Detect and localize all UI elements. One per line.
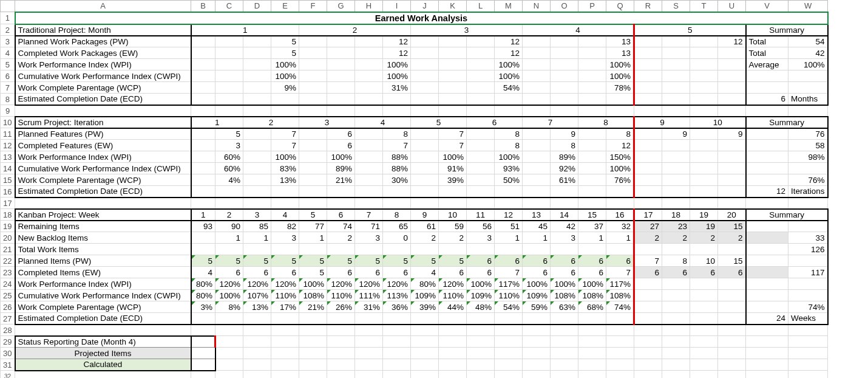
cell-projected[interactable]: 2	[690, 232, 718, 244]
cell[interactable]: 60%	[215, 151, 243, 163]
cell[interactable]: 7	[439, 128, 467, 140]
cell[interactable]: 12	[495, 36, 523, 47]
row-number[interactable]: 3	[1, 36, 15, 47]
summary-key[interactable]: Total	[746, 47, 788, 59]
cell[interactable]: 80%	[411, 278, 439, 290]
cell[interactable]: 7	[439, 140, 467, 151]
cell-projected[interactable]: 2	[662, 232, 690, 244]
cell[interactable]: 107%	[243, 290, 271, 301]
cell[interactable]: 7	[271, 140, 299, 151]
col-Q[interactable]: Q	[606, 1, 634, 12]
cell[interactable]: 117%	[606, 278, 634, 290]
cell[interactable]: 4%	[215, 174, 243, 186]
row-number[interactable]: 18	[1, 209, 15, 221]
cell[interactable]: 120%	[439, 278, 467, 290]
col-P[interactable]: P	[578, 1, 606, 12]
cell[interactable]: 120%	[327, 278, 355, 290]
wk-3[interactable]: 3	[243, 209, 271, 221]
traditional-header[interactable]: Traditional Project: Month	[15, 24, 191, 36]
cell-calc[interactable]: 5	[355, 255, 383, 267]
cell[interactable]: 5	[271, 36, 299, 47]
label[interactable]: Completed Work Packages (EW)	[15, 47, 191, 59]
cell[interactable]: 6	[467, 267, 495, 278]
row-11[interactable]: 11 Planned Features (PW) 5 7 6 8 7 8 9 8…	[1, 128, 828, 140]
cell[interactable]: 100%	[606, 163, 634, 174]
cell-calc[interactable]: 6	[606, 255, 634, 267]
cell[interactable]: 88%	[383, 163, 411, 174]
summary-val[interactable]: 100%	[788, 59, 828, 70]
col-U[interactable]: U	[718, 1, 746, 12]
row-number[interactable]: 32	[1, 371, 15, 379]
summary-val[interactable]: 117	[788, 267, 828, 278]
cell[interactable]: 12	[383, 36, 411, 47]
cell[interactable]: 100%	[439, 151, 467, 163]
summary-val[interactable]: 126	[788, 244, 828, 255]
cell-calc[interactable]: 5	[299, 255, 327, 267]
cell[interactable]: 100%	[606, 70, 634, 82]
row-number[interactable]: 5	[1, 59, 15, 70]
cell-projected[interactable]: 2	[718, 232, 746, 244]
wk-17[interactable]: 17	[634, 209, 662, 221]
cell[interactable]: 91%	[439, 163, 467, 174]
cell[interactable]: 110%	[439, 290, 467, 301]
cell[interactable]: 61	[411, 221, 439, 232]
row-25[interactable]: 25 Cumulative Work Performance Index (CW…	[1, 290, 828, 301]
cell[interactable]: 7	[634, 255, 662, 267]
row-number[interactable]: 25	[1, 290, 15, 301]
summary-key[interactable]: Total	[746, 36, 788, 47]
row-27[interactable]: 27 Estimated Completion Date (ECD) 24 We…	[1, 313, 828, 325]
row-number[interactable]: 20	[1, 232, 15, 244]
it-4[interactable]: 4	[355, 117, 411, 128]
cell[interactable]: 113%	[383, 290, 411, 301]
row-24[interactable]: 24 Work Performance Index (WPI) 80% 120%…	[1, 278, 828, 290]
cell[interactable]: 100%	[578, 278, 606, 290]
cell[interactable]: 110%	[327, 290, 355, 301]
row-number[interactable]: 22	[1, 255, 15, 267]
row-21[interactable]: 21 Total Work Items 126	[1, 244, 828, 255]
cell[interactable]: 89%	[551, 151, 578, 163]
cell[interactable]: 150%	[606, 151, 634, 163]
cell[interactable]: 60%	[215, 163, 243, 174]
wk-16[interactable]: 16	[606, 209, 634, 221]
cell[interactable]: 6	[551, 267, 578, 278]
cell[interactable]: 4	[411, 267, 439, 278]
it-7[interactable]: 7	[523, 117, 578, 128]
cell[interactable]: 3	[467, 232, 495, 244]
row-13[interactable]: 13 Work Performance Index (WPI) 60% 100%…	[1, 151, 828, 163]
summary-hdr[interactable]: Summary	[746, 24, 828, 36]
cell[interactable]: 3	[215, 140, 243, 151]
cell[interactable]: 2	[439, 232, 467, 244]
cell[interactable]: 59	[439, 221, 467, 232]
cell-projected[interactable]: 19	[690, 221, 718, 232]
wk-19[interactable]: 19	[690, 209, 718, 221]
cell-projected[interactable]: 2	[634, 232, 662, 244]
status-date[interactable]: Status Reporting Date (Month 4)	[15, 336, 191, 348]
row-7[interactable]: 7 Work Complete Parentage (WCP) 9% 31% 5…	[1, 82, 828, 94]
cell[interactable]: 77	[299, 221, 327, 232]
summary-val[interactable]: 76	[788, 128, 828, 140]
cell[interactable]: 120%	[243, 278, 271, 290]
cell[interactable]: 0	[383, 232, 411, 244]
row-number[interactable]: 27	[1, 313, 15, 325]
row-19[interactable]: 19 Remaining Items 93 90 85 82 77 74 71 …	[1, 221, 828, 232]
period-5[interactable]: 5	[634, 24, 746, 36]
cell[interactable]: 12	[495, 47, 523, 59]
row-number[interactable]: 26	[1, 301, 15, 313]
period-3[interactable]: 3	[411, 24, 523, 36]
col-V[interactable]: V	[746, 1, 788, 12]
label[interactable]: Cumulative Work Performance Index (CWPI)	[15, 163, 191, 174]
cell[interactable]: 13%	[243, 301, 271, 313]
cell[interactable]: 83%	[271, 163, 299, 174]
cell[interactable]: 111%	[355, 290, 383, 301]
wk-6[interactable]: 6	[327, 209, 355, 221]
cell[interactable]: 6	[439, 267, 467, 278]
row-9[interactable]: 9	[1, 105, 828, 117]
cell[interactable]: 8	[383, 128, 411, 140]
col-L[interactable]: L	[467, 1, 495, 12]
cell[interactable]: 13%	[271, 174, 299, 186]
row-number[interactable]: 15	[1, 174, 15, 186]
cell[interactable]: 100%	[271, 70, 299, 82]
cell[interactable]: 21%	[299, 301, 327, 313]
row-number[interactable]: 16	[1, 186, 15, 198]
it-3[interactable]: 3	[299, 117, 355, 128]
